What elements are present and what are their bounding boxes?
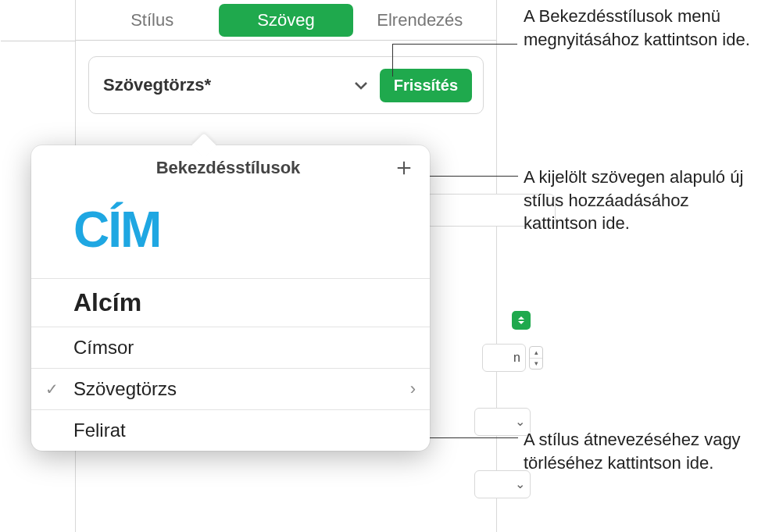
popover-title: Bekezdésstílusok (45, 158, 392, 178)
callout-line (392, 44, 517, 45)
current-style-name[interactable]: Szövegtörzs* (103, 75, 352, 95)
callout-add-style: A kijelölt szövegen alapuló új stílus ho… (524, 166, 765, 235)
callout-line (422, 437, 518, 438)
chevron-down-icon: ⌄ (515, 477, 525, 491)
callout-line (424, 176, 518, 177)
add-style-button[interactable] (392, 156, 416, 180)
callout-rename-delete: A stílus átnevezéséhez vagy törléséhez k… (524, 428, 765, 474)
tab-style[interactable]: Stílus (85, 4, 219, 37)
style-item-submenu-chevron-icon[interactable]: › (410, 379, 416, 399)
paragraph-style-row: Szövegtörzs* Frissítés (88, 56, 484, 114)
style-item-body[interactable]: ✓ Szövegtörzs › (31, 368, 430, 409)
callout-open-menu: A Bekezdésstílusok menü megnyitásához ka… (524, 5, 765, 51)
numeric-stepper[interactable]: ▴▾ (529, 346, 543, 370)
numeric-field[interactable]: n (482, 344, 526, 372)
style-item-title[interactable]: CÍM (31, 187, 430, 278)
popover-header: Bekezdésstílusok (31, 145, 430, 187)
style-item-heading[interactable]: Címsor (31, 327, 430, 368)
tab-bar: Stílus Szöveg Elrendezés (76, 0, 496, 41)
paragraph-styles-popover: Bekezdésstílusok CÍM Alcím Címsor ✓ Szöv… (31, 145, 430, 451)
tab-text[interactable]: Szöveg (219, 4, 352, 37)
callout-line (392, 44, 393, 77)
style-item-subtitle[interactable]: Alcím (31, 278, 430, 327)
popup-stepper-icon[interactable] (512, 311, 531, 330)
checkmark-icon: ✓ (45, 380, 59, 398)
style-item-label: Szövegtörzs (73, 378, 177, 400)
update-style-button[interactable]: Frissítés (380, 69, 472, 102)
style-list: CÍM Alcím Címsor ✓ Szövegtörzs › Felirat (31, 187, 430, 451)
tab-layout[interactable]: Elrendezés (353, 4, 487, 37)
paragraph-style-menu-chevron-icon[interactable] (352, 76, 370, 95)
chevron-down-icon: ⌄ (515, 414, 525, 429)
style-item-caption[interactable]: Felirat (31, 409, 430, 451)
plus-icon (395, 159, 413, 177)
